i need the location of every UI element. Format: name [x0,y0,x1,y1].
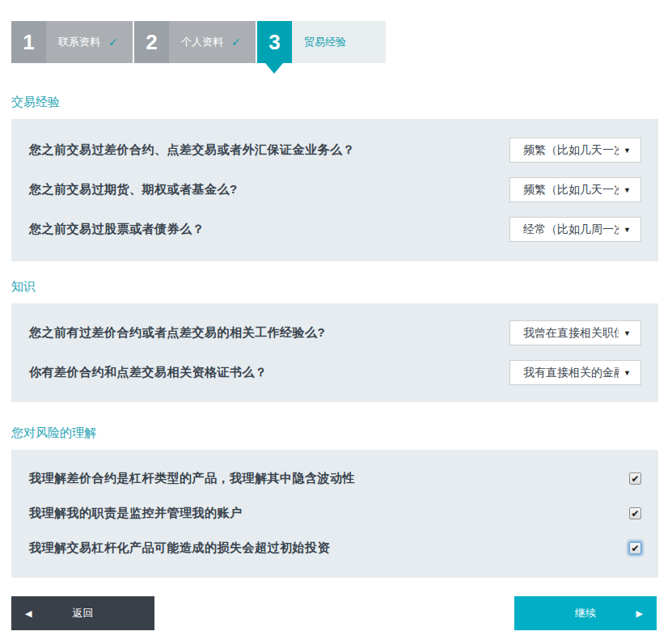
risk-checkbox-leverage-volatility[interactable]: ✔ [629,472,641,485]
qualification-select[interactable]: 我有直接相关的金融资格 ▼ [509,360,641,385]
step-label: 联系资料 [58,35,100,49]
trading-experience-panel: 您之前交易过差价合约、点差交易或者外汇保证金业务么？ 频繁（比如几天一次） ▼ … [11,119,658,261]
risk-row-losses-exceed: 我理解交易杠杆化产品可能造成的损失会超过初始投资 ✔ [29,531,641,566]
wizard-step-contact[interactable]: 1 联系资料 ✓ [11,21,133,63]
wizard-step-personal[interactable]: 2 个人资料 ✓ [134,21,256,63]
chevron-down-icon: ▼ [623,186,631,194]
question-row-stocks-experience: 您之前交易过股票或者债券么？ 经常（比如几周一次） ▼ [29,210,641,249]
question-row-futures-experience: 您之前交易过期货、期权或者基金么? 频繁（比如几天一次） ▼ [29,170,641,210]
arrow-right-icon: ▶ [636,608,643,619]
step-label-container: 个人资料 ✓ [169,21,256,63]
checkmark-icon: ✔ [631,509,639,519]
select-value: 经常（比如几周一次） [523,222,619,237]
question-row-qualification: 你有差价合约和点差交易相关资格证书么？ 我有直接相关的金融资格 ▼ [29,353,641,392]
risk-statement-text: 我理解差价合约是杠杆类型的产品，我理解其中隐含波动性 [29,471,355,486]
step-label-container: 贸易经验 [292,21,386,63]
footer-actions: ◀ 返回 继续 ▶ [11,596,657,630]
checkmark-icon: ✔ [631,544,639,553]
risk-statement-text: 我理解交易杠杆化产品可能造成的损失会超过初始投资 [29,540,330,556]
account-application-page: 1 联系资料 ✓ 2 个人资料 ✓ 3 贸易经验 交易经验 您之前交易过差价合约 [0,21,672,630]
risk-row-leverage-volatility: 我理解差价合约是杠杆类型的产品，我理解其中隐含波动性 ✔ [29,461,641,496]
section-title-trading-experience: 交易经验 [11,95,672,110]
continue-button[interactable]: 继续 ▶ [514,596,657,630]
question-text: 您之前交易过期货、期权或者基金么? [29,182,238,197]
step-complete-check-icon: ✓ [231,36,241,49]
select-value: 我有直接相关的金融资格 [523,366,619,380]
question-text: 您之前交易过差价合约、点差交易或者外汇保证金业务么？ [29,142,355,158]
section-trading-experience: 交易经验 您之前交易过差价合约、点差交易或者外汇保证金业务么？ 频繁（比如几天一… [0,95,672,261]
section-risk-understanding: 您对风险的理解 我理解差价合约是杠杆类型的产品，我理解其中隐含波动性 ✔ 我理解… [0,426,672,578]
section-title-risk: 您对风险的理解 [11,426,672,441]
chevron-down-icon: ▼ [623,146,631,155]
section-knowledge: 知识 您之前有过差价合约或者点差交易的相关工作经验么? 我曾在直接相关职位工作 … [0,279,672,402]
step-label: 贸易经验 [304,35,346,49]
chevron-down-icon: ▼ [623,369,631,377]
risk-checkbox-losses-exceed[interactable]: ✔ [629,542,641,554]
question-row-cfd-experience: 您之前交易过差价合约、点差交易或者外汇保证金业务么？ 频繁（比如几天一次） ▼ [29,130,641,170]
back-button-label: 返回 [73,606,94,621]
checkmark-icon: ✔ [631,474,639,484]
select-value: 频繁（比如几天一次） [523,183,619,197]
section-title-knowledge: 知识 [11,279,672,294]
step-label-container: 联系资料 ✓ [46,21,133,63]
wizard-step-trading-experience: 3 贸易经验 [257,21,386,63]
step-wizard: 1 联系资料 ✓ 2 个人资料 ✓ 3 贸易经验 [11,21,672,63]
question-text: 您之前有过差价合约或者点差交易的相关工作经验么? [29,325,325,341]
continue-button-label: 继续 [575,606,596,621]
step-number: 1 [11,21,46,63]
cfd-frequency-select[interactable]: 频繁（比如几天一次） ▼ [509,138,641,163]
select-value: 频繁（比如几天一次） [523,143,619,158]
risk-statement-text: 我理解我的职责是监控并管理我的账户 [29,506,243,521]
stocks-frequency-select[interactable]: 经常（比如几周一次） ▼ [509,217,641,242]
futures-frequency-select[interactable]: 频繁（比如几天一次） ▼ [509,177,641,202]
question-text: 您之前交易过股票或者债券么？ [29,222,205,237]
chevron-down-icon: ▼ [623,329,631,337]
select-value: 我曾在直接相关职位工作 [523,326,619,341]
risk-row-monitor-account: 我理解我的职责是监控并管理我的账户 ✔ [29,496,641,531]
work-experience-select[interactable]: 我曾在直接相关职位工作 ▼ [509,320,641,345]
risk-panel: 我理解差价合约是杠杆类型的产品，我理解其中隐含波动性 ✔ 我理解我的职责是监控并… [11,450,658,578]
back-button[interactable]: ◀ 返回 [11,596,154,630]
question-row-work-experience: 您之前有过差价合约或者点差交易的相关工作经验么? 我曾在直接相关职位工作 ▼ [29,313,641,353]
risk-checkbox-monitor-account[interactable]: ✔ [629,507,641,519]
chevron-down-icon: ▼ [623,226,631,234]
knowledge-panel: 您之前有过差价合约或者点差交易的相关工作经验么? 我曾在直接相关职位工作 ▼ 你… [11,303,658,402]
step-number: 2 [134,21,169,63]
step-complete-check-icon: ✓ [108,36,118,49]
question-text: 你有差价合约和点差交易相关资格证书么？ [29,365,268,380]
active-step-pointer [265,63,283,74]
arrow-left-icon: ◀ [25,608,32,619]
step-number: 3 [257,21,292,63]
step-label: 个人资料 [181,35,223,49]
